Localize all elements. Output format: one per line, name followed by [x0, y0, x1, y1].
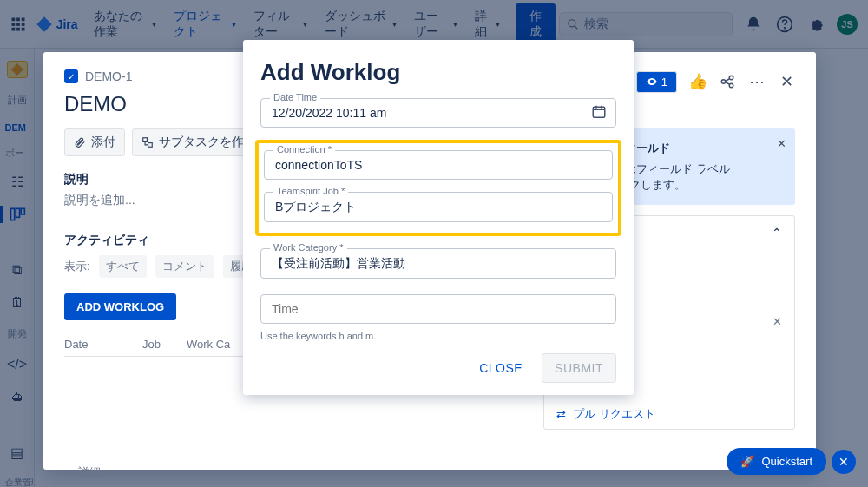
svg-rect-16 — [148, 143, 153, 148]
remove-reporter-icon[interactable]: ✕ — [773, 315, 782, 328]
calendar-icon[interactable] — [591, 104, 607, 122]
time-field[interactable] — [260, 294, 616, 324]
tab-comments[interactable]: コメント — [155, 255, 214, 278]
col-job: Job — [142, 338, 161, 351]
share-icon[interactable] — [719, 73, 736, 90]
add-worklog-modal: Add Worklog Date Time Connection * Teams… — [243, 40, 634, 395]
close-info-icon[interactable]: ✕ — [777, 137, 786, 150]
svg-point-19 — [729, 83, 733, 88]
watchers-button[interactable]: 1 — [636, 71, 677, 93]
connection-label: Connection * — [273, 144, 335, 155]
pr-icon: ⇄ — [556, 408, 566, 421]
category-input[interactable] — [272, 257, 605, 271]
svg-rect-15 — [143, 138, 148, 142]
connection-input[interactable] — [275, 158, 602, 172]
modal-submit-button: SUBMIT — [542, 353, 616, 383]
svg-point-17 — [721, 80, 726, 84]
datetime-label: Date Time — [270, 92, 320, 102]
time-input[interactable] — [272, 302, 605, 316]
datetime-field[interactable]: Date Time — [260, 98, 616, 128]
job-label: Teamspirit Job * — [273, 186, 348, 196]
rocket-icon: 🚀 — [740, 455, 754, 468]
attach-button[interactable]: 添付 — [64, 128, 125, 156]
modal-title: Add Worklog — [260, 59, 616, 86]
quickstart-close-icon[interactable]: ✕ — [832, 450, 856, 474]
col-date[interactable]: Date — [64, 338, 116, 351]
chevron-up-icon: ⌃ — [772, 226, 782, 240]
job-input[interactable] — [275, 201, 602, 214]
datetime-input[interactable] — [272, 106, 605, 120]
tab-all[interactable]: すべて — [99, 255, 147, 278]
subtask-icon — [141, 136, 154, 148]
show-label: 表示: — [64, 259, 90, 274]
col-category: Work Ca — [187, 338, 230, 351]
like-icon[interactable]: 👍 — [689, 73, 707, 90]
time-hint: Use the keywords h and m. — [260, 331, 616, 341]
svg-rect-20 — [593, 107, 605, 117]
highlighted-fields: Connection * Teamspirit Job * — [255, 140, 621, 236]
work-category-field[interactable]: Work Category * — [260, 248, 616, 279]
paperclip-icon — [74, 136, 86, 148]
connection-field[interactable]: Connection * — [264, 150, 613, 180]
quickstart: 🚀Quickstart ✕ — [727, 448, 856, 475]
create-pr-link[interactable]: ⇄プル リクエスト — [544, 399, 794, 429]
add-worklog-button[interactable]: ADD WORKLOG — [64, 293, 176, 320]
issue-type-icon: ✓ — [64, 69, 78, 83]
teamspirit-job-field[interactable]: Teamspirit Job * — [264, 192, 613, 222]
eye-icon — [646, 76, 658, 88]
more-icon[interactable]: ⋯ — [748, 73, 766, 90]
close-panel-icon[interactable]: ✕ — [778, 73, 795, 90]
footer-detail-link[interactable]: 詳細 — [78, 464, 101, 480]
svg-point-18 — [729, 76, 733, 80]
modal-close-button[interactable]: CLOSE — [467, 353, 535, 383]
category-label: Work Category * — [270, 242, 347, 253]
quickstart-button[interactable]: 🚀Quickstart — [727, 448, 826, 475]
